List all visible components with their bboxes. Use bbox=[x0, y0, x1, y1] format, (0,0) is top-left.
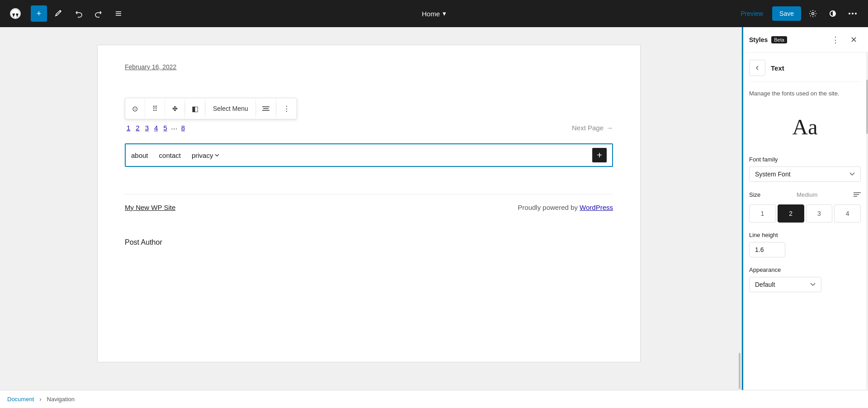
footer-powered: Proudly powered by WordPress bbox=[518, 204, 613, 211]
page-8-link[interactable]: 8 bbox=[179, 123, 187, 133]
size-btn-4[interactable]: 4 bbox=[834, 204, 861, 223]
size-label: Size bbox=[749, 191, 760, 198]
svg-point-6 bbox=[852, 13, 854, 14]
panel-left-indicator bbox=[742, 27, 743, 390]
svg-point-7 bbox=[855, 13, 857, 14]
post-author-section: Post Author bbox=[125, 238, 613, 247]
footer-area: My New WP Site Proudly powered by WordPr… bbox=[125, 194, 613, 220]
panel-scrollbar-thumb bbox=[866, 80, 868, 134]
nav-item-about[interactable]: about bbox=[131, 152, 148, 159]
post-author-label: Post Author bbox=[125, 238, 162, 246]
size-value: Medium bbox=[797, 191, 817, 198]
panel-back-button[interactable] bbox=[749, 60, 765, 76]
page-4-link[interactable]: 4 bbox=[152, 123, 160, 133]
block-toolbar: ⊙ ⠿ ◧ Select Menu bbox=[125, 98, 297, 119]
font-preview: Aa bbox=[749, 109, 861, 145]
line-height-input[interactable] bbox=[749, 242, 785, 257]
panel-description: Manage the fonts used on the site. bbox=[749, 89, 861, 98]
toolbar-right: Preview Save bbox=[735, 5, 861, 22]
footer-powered-text: Proudly powered by bbox=[518, 204, 580, 211]
toolbar-center: Home ▾ bbox=[416, 7, 452, 20]
nav-block[interactable]: about contact privacy + bbox=[125, 143, 613, 167]
nav-add-button[interactable]: + bbox=[592, 148, 607, 162]
align-button[interactable] bbox=[256, 99, 276, 119]
next-page-label: Next Page bbox=[572, 124, 604, 132]
panel-title: Styles bbox=[749, 36, 768, 43]
panel-close-button[interactable]: ✕ bbox=[846, 33, 861, 47]
footer-wordpress-link[interactable]: WordPress bbox=[580, 204, 613, 211]
appearance-select[interactable]: Default Normal Bold bbox=[749, 277, 821, 292]
home-button[interactable]: Home ▾ bbox=[416, 7, 452, 20]
redo-button[interactable] bbox=[90, 5, 107, 22]
breadcrumb-separator: › bbox=[39, 396, 41, 403]
size-btn-2[interactable]: 2 bbox=[778, 204, 804, 223]
svg-point-5 bbox=[849, 13, 850, 14]
editor-canvas: February 16, 2022 ⊙ ⠿ ◧ bbox=[98, 45, 640, 362]
settings-button[interactable] bbox=[805, 5, 821, 22]
breadcrumb-current: Navigation bbox=[47, 396, 75, 403]
home-dropdown-icon: ▾ bbox=[443, 9, 446, 18]
next-page-arrow: → bbox=[606, 124, 613, 132]
nav-item-contact[interactable]: contact bbox=[159, 152, 181, 159]
panel-scrollbar bbox=[866, 52, 868, 390]
page-2-link[interactable]: 2 bbox=[134, 123, 141, 133]
next-page-link[interactable]: Next Page → bbox=[572, 124, 613, 132]
line-height-label: Line height bbox=[749, 232, 861, 238]
edit-button[interactable] bbox=[51, 5, 67, 22]
size-btn-1[interactable]: 1 bbox=[749, 204, 776, 223]
page-3-link[interactable]: 3 bbox=[143, 123, 151, 133]
block-type-icon[interactable]: ⊙ bbox=[125, 99, 145, 119]
home-label: Home bbox=[422, 10, 440, 18]
wp-logo[interactable] bbox=[7, 5, 24, 22]
page-ellipsis: … bbox=[171, 123, 178, 133]
main-area: February 16, 2022 ⊙ ⠿ ◧ bbox=[0, 27, 868, 390]
svg-point-4 bbox=[812, 13, 814, 15]
undo-button[interactable] bbox=[71, 5, 87, 22]
breadcrumb-parent[interactable]: Document bbox=[7, 396, 34, 403]
nav-item-privacy[interactable]: privacy bbox=[192, 152, 220, 159]
panel-nav: Text bbox=[749, 60, 861, 82]
page-1-link[interactable]: 1 bbox=[125, 123, 132, 133]
bottom-bar: Document › Navigation bbox=[0, 390, 868, 408]
editor-scrollbar[interactable] bbox=[738, 27, 741, 390]
add-block-button[interactable]: + bbox=[31, 5, 47, 22]
move-arrows[interactable] bbox=[165, 99, 185, 119]
editor-scrollbar-thumb[interactable] bbox=[739, 353, 741, 389]
save-button[interactable]: Save bbox=[772, 6, 801, 21]
page-5-link[interactable]: 5 bbox=[161, 123, 169, 133]
beta-badge: Beta bbox=[771, 36, 787, 43]
theme-toggle-button[interactable] bbox=[825, 5, 841, 22]
footer-site-link[interactable]: My New WP Site bbox=[125, 204, 175, 211]
panel-content[interactable]: Text Manage the fonts used on the site. … bbox=[742, 52, 868, 390]
panel-header: Styles Beta ⋮ ✕ bbox=[742, 27, 868, 52]
size-buttons: 1 2 3 4 bbox=[749, 204, 861, 223]
pagination-block: ⊙ ⠿ ◧ Select Menu bbox=[125, 98, 613, 133]
font-family-select[interactable]: System Font Georgia Arial bbox=[749, 166, 861, 182]
more-block-options[interactable]: ⋮ bbox=[277, 99, 297, 119]
drag-handle[interactable]: ⠿ bbox=[145, 99, 165, 119]
block-toolbar-wrapper: ⊙ ⠿ ◧ Select Menu bbox=[125, 98, 613, 119]
font-preview-text: Aa bbox=[793, 114, 818, 139]
more-options-button[interactable] bbox=[844, 5, 861, 22]
panel-more-button[interactable]: ⋮ bbox=[828, 33, 843, 47]
right-panel: Styles Beta ⋮ ✕ Text Manage the fonts us… bbox=[741, 27, 868, 390]
justify-button[interactable]: ◧ bbox=[185, 99, 205, 119]
appearance-label: Appearance bbox=[749, 266, 861, 273]
editor-area[interactable]: February 16, 2022 ⊙ ⠿ ◧ bbox=[0, 27, 738, 390]
size-row: Size Medium bbox=[749, 191, 861, 199]
pagination-area: 1 2 3 4 5 … 8 Next Page → bbox=[125, 123, 613, 133]
font-family-label: Font family bbox=[749, 156, 861, 163]
list-view-button[interactable] bbox=[110, 5, 127, 22]
nav-block-items: about contact privacy bbox=[131, 152, 592, 159]
date-text: February 16, 2022 bbox=[125, 63, 613, 71]
preview-button[interactable]: Preview bbox=[735, 7, 769, 20]
select-menu-button[interactable]: Select Menu bbox=[206, 99, 256, 119]
size-adjust-button[interactable] bbox=[854, 191, 861, 199]
top-toolbar: + Home ▾ Preview Save bbox=[0, 0, 868, 27]
size-btn-3[interactable]: 3 bbox=[806, 204, 833, 223]
pagination-numbers: 1 2 3 4 5 … 8 bbox=[125, 123, 187, 133]
panel-section-title: Text bbox=[771, 64, 784, 72]
